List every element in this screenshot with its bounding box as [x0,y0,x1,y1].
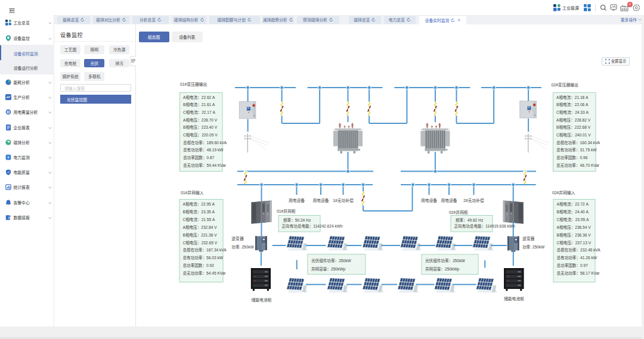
svg-text:频率：49.62 Hz: 频率：49.62 Hz [456,217,483,223]
svg-text:光伏组件功率：250kW: 光伏组件功率：250kW [425,258,465,263]
svg-text:逆变器: 逆变器 [231,236,244,241]
svg-text:用电设备: 用电设备 [441,198,457,203]
svg-text:C相电压：220.09 V: C相电压：220.09 V [183,132,218,138]
svg-text:02#并网输入: 02#并网输入 [552,190,575,195]
svg-text:储能电池柜: 储能电池柜 [504,296,524,301]
svg-text:并网容量：250kWp: 并网容量：250kWp [425,266,459,272]
svg-text:逆变器: 逆变器 [522,236,535,241]
svg-text:1#无功补偿: 1#无功补偿 [333,198,354,203]
svg-text:B相电流：22.06 A: B相电流：22.06 A [556,102,589,107]
svg-text:频率：50.24 Hz: 频率：50.24 Hz [283,217,311,223]
svg-text:01#变压器输出: 01#变压器输出 [180,82,208,87]
svg-text:总功率因数：0.96: 总功率因数：0.96 [556,155,588,160]
svg-text:总视在功率：187.34 kVA: 总视在功率：187.34 kVA [183,247,227,253]
svg-text:用电设备: 用电设备 [312,198,329,203]
svg-text:总无功功率：54.45 KVar: 总无功功率：54.45 KVar [183,270,227,276]
svg-text:A相电流：21.18 A: A相电流：21.18 A [556,95,589,100]
svg-text:A相电压：228.70 V: A相电压：228.70 V [183,117,218,123]
svg-text:总无功功率：59.44 KVar: 总无功功率：59.44 KVar [183,163,227,168]
svg-text:01#并网柜: 01#并网柜 [277,209,296,214]
svg-text:A相电流：22.95 A: A相电流：22.95 A [183,201,215,207]
svg-text:总视在功率：160.34 kVA: 总视在功率：160.34 kVA [556,140,600,145]
svg-text:正向有功总电能：114242.624 kWh: 正向有功总电能：114242.624 kWh [282,223,343,229]
svg-text:总功率因数：0.92: 总功率因数：0.92 [183,263,215,268]
svg-text:总功率因数：0.97: 总功率因数：0.97 [557,263,589,268]
svg-text:总无功功率：58.17 KVar: 总无功功率：58.17 KVar [557,270,600,276]
svg-text:A相电压：236.54 V: A相电压：236.54 V [557,225,592,230]
svg-text:C相电流：23.95 A: C相电流：23.95 A [557,217,589,222]
svg-text:C相电压：232.65 V: C相电压：232.65 V [183,240,218,245]
svg-text:总有功功率：48.19 kW: 总有功功率：48.19 kW [183,147,224,153]
svg-text:光伏组件功率：250kW: 光伏组件功率：250kW [311,258,351,263]
svg-text:功率: 250kW: 功率: 250kW [231,244,254,250]
svg-text:A相电流：22.62 A: A相电流：22.62 A [183,95,215,100]
svg-text:用电设备: 用电设备 [421,198,437,203]
svg-text:C相电流：21.55 A: C相电流：21.55 A [183,217,215,222]
svg-text:C相电压：237.13 V: C相电压：237.13 V [557,240,592,245]
svg-text:C相电流：22.17 A: C相电流：22.17 A [183,110,215,115]
svg-text:储能电池柜: 储能电池柜 [252,297,272,303]
svg-text:总无功功率：46.70 KVar: 总无功功率：46.70 KVar [556,163,600,168]
svg-text:C相电流：24.33 A: C相电流：24.33 A [556,110,589,115]
svg-text:B相电压：222.68 V: B相电压：222.68 V [556,125,591,130]
svg-text:B相电流：21.61 A: B相电流：21.61 A [183,102,215,107]
svg-text:用电设备: 用电设备 [289,198,305,203]
svg-text:并网容量：250kWp: 并网容量：250kWp [311,266,345,272]
svg-text:01#并网输入: 01#并网输入 [181,190,204,195]
svg-text:功率: 250kW: 功率: 250kW [522,244,545,250]
svg-text:总有功功率：31.75 kW: 总有功功率：31.75 kW [556,147,597,153]
svg-text:B相电流：23.35 A: B相电流：23.35 A [183,209,215,214]
svg-text:总视在功率：189.60 kVA: 总视在功率：189.60 kVA [183,140,227,145]
svg-text:总视在功率：232.45 kVA: 总视在功率：232.45 kVA [557,247,601,253]
svg-text:B相电流：24.40 A: B相电流：24.40 A [557,209,589,214]
svg-text:A相电流：22.72 A: A相电流：22.72 A [557,201,589,207]
svg-text:C相电压：240.01 V: C相电压：240.01 V [556,132,591,138]
svg-text:B相电压：223.40 V: B相电压：223.40 V [183,125,218,130]
svg-text:总有功功率：41.26 kW: 总有功功率：41.26 kW [557,255,597,260]
svg-text:正向有功总电能：114919.636 kWh: 正向有功总电能：114919.636 kWh [454,223,515,229]
svg-text:02#变压器输出: 02#变压器输出 [552,82,579,88]
svg-text:总有功功率：56.03 kW: 总有功功率：56.03 kW [183,255,224,260]
svg-text:B相电压：236.36 V: B相电压：236.36 V [557,232,592,238]
svg-text:B相电压：221.36 V: B相电压：221.36 V [183,232,218,238]
svg-text:2#无功补偿: 2#无功补偿 [463,198,484,203]
svg-text:02#并网柜: 02#并网柜 [449,210,468,215]
svg-text:A相电压：228.82 V: A相电压：228.82 V [556,117,591,123]
svg-text:A相电压：232.84 V: A相电压：232.84 V [183,225,218,230]
svg-text:总功率因数：0.87: 总功率因数：0.87 [183,155,215,160]
